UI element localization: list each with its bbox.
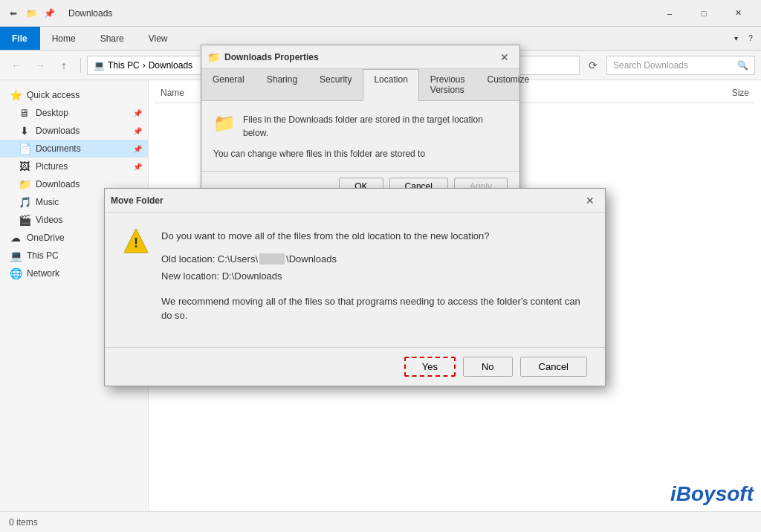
tab-customize[interactable]: Customize xyxy=(476,69,541,100)
up-button[interactable]: ↑ xyxy=(54,55,74,76)
svg-text:!: ! xyxy=(134,236,138,250)
warning-icon: ! xyxy=(123,227,149,261)
col-size: Size xyxy=(726,86,755,100)
address-icon: 💻 xyxy=(94,60,105,71)
move-locations: Old location: C:\Users\ \Downloads New l… xyxy=(161,250,587,285)
help-button[interactable]: ? xyxy=(743,31,758,46)
watermark-text: iBoysoft xyxy=(670,482,754,505)
sidebar-music-label: Music xyxy=(36,197,59,207)
downloads-properties-dialog: 📁 Downloads Properties ✕ General Sharing… xyxy=(201,45,520,202)
address-sep: › xyxy=(143,60,146,71)
thispc-icon: 💻 xyxy=(9,250,22,262)
refresh-button[interactable]: ⟳ xyxy=(583,55,603,76)
desktop-pin-icon: 📌 xyxy=(133,109,142,117)
properties-body-text: Files in the Downloads folder are stored… xyxy=(243,113,508,140)
back-icon: ⬅ xyxy=(6,6,21,21)
star-icon: ⭐ xyxy=(9,89,22,101)
downloads2-icon: 📁 xyxy=(18,178,31,190)
move-footer: Yes No Cancel xyxy=(105,347,605,386)
pictures-icon: 🖼 xyxy=(18,160,31,172)
address-this-pc: This PC xyxy=(108,60,140,71)
status-text: 0 items xyxy=(9,517,38,528)
sidebar-desktop-label: Desktop xyxy=(36,108,68,118)
sidebar-downloads-label: Downloads xyxy=(36,126,80,136)
sidebar-item-downloads[interactable]: ⬇ Downloads 📌 xyxy=(0,122,148,140)
properties-tabs: General Sharing Security Location Previo… xyxy=(201,69,519,101)
move-folder-dialog: Move Folder ✕ ! Do you want to move all … xyxy=(104,188,606,386)
search-icon: 🔍 xyxy=(737,60,748,71)
sidebar-downloads2-label: Downloads xyxy=(36,179,80,189)
sidebar-onedrive-label: OneDrive xyxy=(27,233,65,243)
tab-sharing[interactable]: Sharing xyxy=(256,69,308,100)
sidebar-item-desktop[interactable]: 🖥 Desktop 📌 xyxy=(0,104,148,122)
sidebar-pictures-label: Pictures xyxy=(36,161,68,172)
sidebar-item-quick-access[interactable]: ⭐ Quick access xyxy=(0,86,148,104)
ribbon-toggle-btn[interactable]: ▾ xyxy=(728,31,743,46)
move-close-button[interactable]: ✕ xyxy=(581,192,599,210)
move-question: Do you want to move all of the files fro… xyxy=(161,230,587,241)
old-location-suffix: \Downloads xyxy=(286,253,337,265)
videos-icon: 🎬 xyxy=(18,214,31,226)
sidebar-item-documents[interactable]: 📄 Documents 📌 xyxy=(0,140,148,158)
quick-access-label: Quick access xyxy=(27,90,80,100)
move-title-bar: Move Folder ✕ xyxy=(105,189,605,213)
old-location-text: Old location: C:\Users\ xyxy=(161,253,258,265)
tab-location[interactable]: Location xyxy=(363,69,418,101)
properties-folder-icon: 📁 xyxy=(213,113,236,134)
forward-button[interactable]: → xyxy=(30,55,51,76)
tab-previous-versions[interactable]: Previous Versions xyxy=(419,69,476,100)
minimize-button[interactable]: – xyxy=(652,0,687,27)
music-icon: 🎵 xyxy=(18,196,31,208)
pin-icon: 📌 xyxy=(42,6,56,21)
tab-view[interactable]: View xyxy=(137,27,181,50)
maximize-button[interactable]: □ xyxy=(687,0,721,27)
old-location-user xyxy=(259,253,285,265)
search-bar[interactable]: Search Downloads 🔍 xyxy=(606,56,755,75)
address-downloads: Downloads xyxy=(149,60,192,71)
move-title-text: Move Folder xyxy=(111,195,581,206)
tab-security[interactable]: Security xyxy=(308,69,363,100)
sidebar-item-pictures[interactable]: 🖼 Pictures 📌 xyxy=(0,158,148,175)
move-no-button[interactable]: No xyxy=(463,357,513,377)
tab-home[interactable]: Home xyxy=(40,27,88,50)
move-body: ! Do you want to move all of the files f… xyxy=(105,213,605,347)
documents-icon: 📄 xyxy=(18,143,31,155)
pictures-pin-icon: 📌 xyxy=(133,163,142,171)
toolbar-separator xyxy=(80,58,81,73)
properties-body: 📁 Files in the Downloads folder are stor… xyxy=(201,101,519,171)
sidebar-documents-label: Documents xyxy=(36,143,81,154)
desktop-icon: 🖥 xyxy=(18,107,31,119)
close-button[interactable]: ✕ xyxy=(721,0,755,27)
network-icon: 🌐 xyxy=(9,267,22,279)
onedrive-icon: ☁ xyxy=(9,232,22,244)
col-name: Name xyxy=(155,86,190,100)
properties-title-icon: 📁 xyxy=(207,51,220,63)
title-bar: ⬅ 📁 📌 Downloads – □ ✕ xyxy=(0,0,761,27)
tab-share[interactable]: Share xyxy=(88,27,137,50)
sidebar-videos-label: Videos xyxy=(36,215,62,225)
tab-file[interactable]: File xyxy=(0,27,40,50)
properties-body-row: 📁 Files in the Downloads folder are stor… xyxy=(213,113,508,140)
move-yes-button[interactable]: Yes xyxy=(404,357,456,377)
status-bar: 0 items xyxy=(0,511,761,532)
properties-title-text: Downloads Properties xyxy=(224,52,496,62)
downloads-pin-icon: 📌 xyxy=(133,127,142,135)
watermark: iBoysoft xyxy=(670,482,754,506)
sidebar-network-label: Network xyxy=(27,268,59,279)
move-recommendation: We recommend moving all of the files so … xyxy=(161,294,587,323)
tab-general[interactable]: General xyxy=(201,69,256,100)
move-content: Do you want to move all of the files fro… xyxy=(161,230,587,323)
documents-pin-icon: 📌 xyxy=(133,145,142,153)
new-location-text: New location: D:\Downloads xyxy=(161,270,282,282)
title-bar-title: Downloads xyxy=(68,8,652,19)
title-bar-icons: ⬅ 📁 📌 xyxy=(6,6,56,21)
downloads-icon: ⬇ xyxy=(18,125,31,137)
folder-icon: 📁 xyxy=(24,6,39,21)
search-placeholder: Search Downloads xyxy=(613,60,688,71)
move-body-row: ! Do you want to move all of the files f… xyxy=(123,230,587,323)
properties-close-button[interactable]: ✕ xyxy=(496,48,514,66)
properties-title-bar: 📁 Downloads Properties ✕ xyxy=(201,45,519,69)
sidebar-thispc-label: This PC xyxy=(27,250,59,261)
move-cancel-button[interactable]: Cancel xyxy=(520,357,587,377)
back-button[interactable]: ← xyxy=(6,55,27,76)
